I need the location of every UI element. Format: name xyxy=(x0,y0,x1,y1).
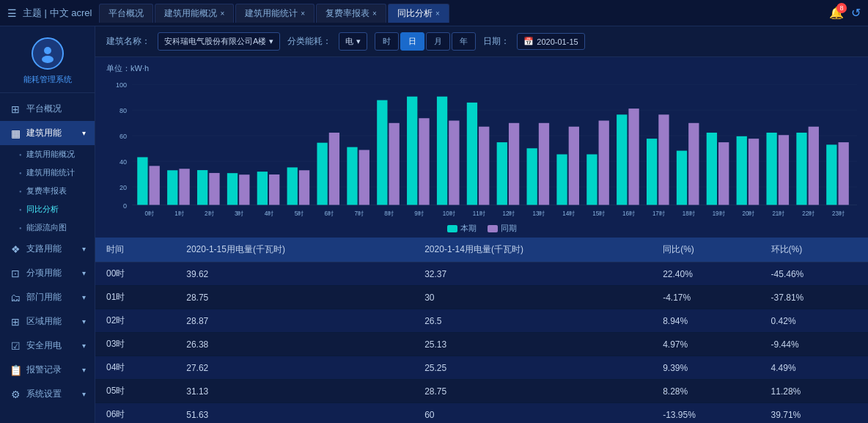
sidebar-sub-item[interactable]: 能源流向图 xyxy=(15,218,95,237)
sidebar-item[interactable]: ☑ 安全用电 ▾ xyxy=(0,334,95,358)
sidebar-sub-item[interactable]: 同比分析 xyxy=(15,200,95,218)
table-area[interactable]: 时间2020-1-15用电量(千瓦时)2020-1-14用电量(千瓦时)同比(%… xyxy=(95,238,868,423)
sidebar-item[interactable]: ❖ 支路用能 ▾ xyxy=(0,237,95,261)
category-select[interactable]: 电 ▾ xyxy=(339,32,367,51)
table-cell: 06时 xyxy=(95,403,175,424)
sidebar-sub-menu: 建筑用能概况建筑用能统计复费率报表同比分析能源流向图 xyxy=(0,145,95,237)
sidebar-sub-item[interactable]: 建筑用能统计 xyxy=(15,163,95,182)
building-label: 建筑名称： xyxy=(106,35,150,48)
tab-label: 建筑用能统计 xyxy=(245,7,298,20)
sidebar-item-部门用能[interactable]: 🗂 部门用能 ▾ xyxy=(0,285,95,309)
sidebar-item[interactable]: ⚙ 系统设置 ▾ xyxy=(0,382,95,406)
sidebar-item-icon: 📋 xyxy=(9,364,22,376)
expand-arrow-icon: ▾ xyxy=(82,390,86,398)
date-btn-group: 时日月年 xyxy=(375,32,476,51)
x-label: 5时 xyxy=(295,210,304,217)
x-label: 12时 xyxy=(503,210,515,217)
date-input[interactable]: 📅 2020-01-15 xyxy=(517,33,584,50)
bar-current xyxy=(527,148,537,205)
sidebar-item-支路用能[interactable]: ❖ 支路用能 ▾ xyxy=(0,237,95,261)
legend-color xyxy=(488,225,498,232)
notification-badge: 8 xyxy=(836,3,847,13)
bar-current xyxy=(467,103,477,205)
table-cell: 26.38 xyxy=(175,333,413,356)
bar-previous xyxy=(688,123,699,205)
bar-previous xyxy=(628,108,639,205)
sidebar-sub-item[interactable]: 复费率报表 xyxy=(15,182,95,200)
date-btn-月[interactable]: 月 xyxy=(426,32,450,51)
bar-previous xyxy=(449,121,459,205)
legend-label: 本期 xyxy=(460,223,477,234)
sidebar-item-label: 报警记录 xyxy=(26,364,62,376)
sidebar-item-icon: ⊡ xyxy=(9,268,22,279)
x-label: 4时 xyxy=(265,210,273,217)
topbar-tab[interactable]: 复费率报表× xyxy=(316,4,386,23)
table-cell: 51.63 xyxy=(175,403,413,424)
bar-current xyxy=(347,147,357,205)
topbar-tab[interactable]: 平台概况 xyxy=(99,4,153,23)
menu-icon[interactable]: ☰ xyxy=(7,7,17,19)
sidebar-item-系统设置[interactable]: ⚙ 系统设置 ▾ xyxy=(0,382,95,406)
table-cell: 05时 xyxy=(95,380,175,403)
building-select[interactable]: 安科瑞电气股份有限公司A楼 ▾ xyxy=(158,32,280,51)
sidebar-item-报警记录[interactable]: 📋 报警记录 ▾ xyxy=(0,358,95,382)
topbar-tab[interactable]: 建筑用能概况× xyxy=(155,4,234,23)
sidebar-sub-item[interactable]: 建筑用能概况 xyxy=(15,145,95,163)
sidebar-nav: ⊞ 平台概况 ▦ 建筑用能 ▾ 建筑用能概况建筑用能统计复费率报表同比分析能源流… xyxy=(0,93,95,423)
sidebar-item-label: 建筑用能 xyxy=(26,127,62,139)
notification-area: 🔔 8 xyxy=(829,6,844,20)
topbar-tab[interactable]: 同比分析× xyxy=(388,4,449,23)
x-label: 10时 xyxy=(443,210,455,217)
date-btn-年[interactable]: 年 xyxy=(452,32,476,51)
topbar-right: 🔔 8 ↺ xyxy=(829,6,861,20)
bar-previous xyxy=(839,142,849,205)
sidebar: 能耗管理系统 ⊞ 平台概况 ▦ 建筑用能 ▾ 建筑用能概况建筑用能统计复费率报表… xyxy=(0,26,95,423)
topbar-tab[interactable]: 建筑用能统计× xyxy=(235,4,315,23)
bar-previous xyxy=(749,139,759,205)
table-row: 05时31.1328.758.28%11.28% xyxy=(95,380,868,403)
svg-point-0 xyxy=(44,47,51,54)
table-header: 同比(%) xyxy=(652,238,760,262)
table-cell: -13.95% xyxy=(652,403,760,424)
x-label: 2时 xyxy=(205,210,213,217)
date-label: 日期： xyxy=(483,35,510,48)
filter-bar: 建筑名称： 安科瑞电气股份有限公司A楼 ▾ 分类能耗： 电 ▾ 时日月年 日期：… xyxy=(95,26,868,57)
tab-close-icon[interactable]: × xyxy=(435,10,440,18)
table-cell: -45.46% xyxy=(760,262,868,286)
expand-arrow-icon: ▾ xyxy=(82,245,86,253)
table-cell: 03时 xyxy=(95,333,175,356)
sidebar-item-平台概况[interactable]: ⊞ 平台概况 xyxy=(0,97,95,121)
sidebar-item[interactable]: ▦ 建筑用能 ▾ 建筑用能概况建筑用能统计复费率报表同比分析能源流向图 xyxy=(0,121,95,237)
x-label: 18时 xyxy=(683,210,695,217)
sidebar-item-建筑用能[interactable]: ▦ 建筑用能 ▾ xyxy=(0,121,95,145)
svg-text:0: 0 xyxy=(123,202,127,209)
bar-current xyxy=(287,167,298,205)
sidebar-item-label: 区域用能 xyxy=(26,315,62,328)
x-label: 8时 xyxy=(384,210,393,217)
date-value: 2020-01-15 xyxy=(537,37,578,46)
tab-close-icon[interactable]: × xyxy=(220,10,224,18)
sidebar-item[interactable]: ⊡ 分项用能 ▾ xyxy=(0,261,95,285)
tab-close-icon[interactable]: × xyxy=(372,10,377,18)
table-row: 00时39.6232.3722.40%-45.46% xyxy=(95,262,868,286)
sidebar-item-区域用能[interactable]: ⊞ 区域用能 ▾ xyxy=(0,309,95,334)
table-cell: 30 xyxy=(413,286,652,309)
table-cell: 31.13 xyxy=(175,380,413,403)
tab-close-icon[interactable]: × xyxy=(301,10,305,18)
sidebar-item[interactable]: ⊞ 区域用能 ▾ xyxy=(0,309,95,334)
bar-previous xyxy=(329,133,339,205)
bar-previous xyxy=(150,166,160,205)
sidebar-item-分项用能[interactable]: ⊡ 分项用能 ▾ xyxy=(0,261,95,285)
table-row: 06时51.6360-13.95%39.71% xyxy=(95,403,868,424)
sidebar-item[interactable]: 📋 报警记录 ▾ xyxy=(0,358,95,382)
bar-current xyxy=(377,100,387,205)
date-btn-时[interactable]: 时 xyxy=(375,32,399,51)
sidebar-item[interactable]: ⊞ 平台概况 xyxy=(0,97,95,121)
x-label: 9时 xyxy=(414,210,423,217)
sidebar-item[interactable]: 🗂 部门用能 ▾ xyxy=(0,285,95,309)
x-label: 0时 xyxy=(144,210,153,217)
refresh-icon[interactable]: ↺ xyxy=(851,6,861,20)
bar-previous xyxy=(389,123,399,205)
sidebar-item-安全用电[interactable]: ☑ 安全用电 ▾ xyxy=(0,334,95,358)
date-btn-日[interactable]: 日 xyxy=(400,32,424,51)
